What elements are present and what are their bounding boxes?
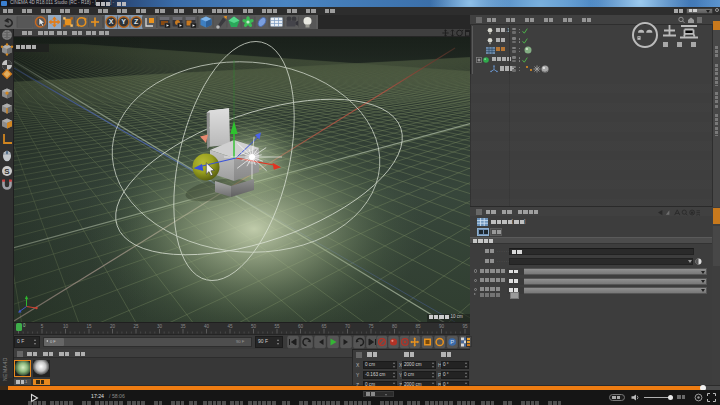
svg-text:90: 90: [439, 324, 445, 329]
svg-text:15: 15: [86, 324, 92, 329]
svg-text:Y: Y: [121, 18, 126, 25]
svg-text:P: P: [450, 339, 454, 345]
svg-text:55: 55: [274, 324, 280, 329]
svg-text:40: 40: [204, 324, 210, 329]
svg-text:85: 85: [415, 324, 421, 329]
svg-text:50: 50: [251, 324, 257, 329]
svg-text:35: 35: [180, 324, 186, 329]
svg-text:65: 65: [321, 324, 327, 329]
svg-text:45: 45: [227, 324, 233, 329]
svg-text:70: 70: [345, 324, 351, 329]
svg-text:S: S: [4, 167, 10, 176]
svg-text:20: 20: [110, 324, 116, 329]
svg-text:75: 75: [368, 324, 374, 329]
svg-text:30: 30: [157, 324, 163, 329]
svg-text:10: 10: [63, 324, 69, 329]
svg-text:Z: Z: [134, 18, 139, 25]
svg-text:X: X: [109, 18, 114, 25]
svg-text:25: 25: [133, 324, 139, 329]
svg-text:95: 95: [462, 324, 468, 329]
svg-text:80: 80: [392, 324, 398, 329]
svg-text:5: 5: [41, 324, 44, 329]
svg-text:60: 60: [298, 324, 304, 329]
